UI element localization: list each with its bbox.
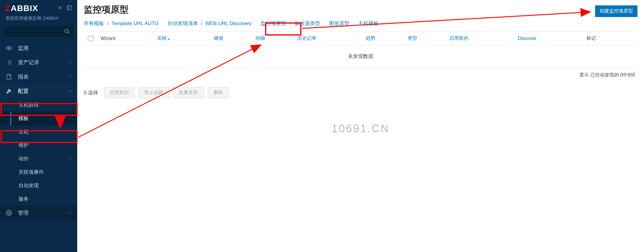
table-header: Wizard 名称 键值 间隔 历史记录 趋势 类型 启用新的 Discover… <box>84 32 637 45</box>
col-wizard: Wizard <box>97 36 154 41</box>
sub-hosts[interactable]: 主机 <box>0 125 77 139</box>
col-history[interactable]: 历史记录 <box>294 35 363 42</box>
chevron-down-icon <box>68 59 72 66</box>
table-summary: 显示 已自动发现的 0中的0 <box>84 68 637 82</box>
search-icon <box>64 28 70 34</box>
nav-reports[interactable]: 报表 <box>0 70 77 84</box>
col-key[interactable]: 键值 <box>211 35 253 42</box>
eye-icon <box>5 45 13 51</box>
svg-point-2 <box>8 47 10 49</box>
expand-icon[interactable] <box>66 5 72 12</box>
sub-templates[interactable]: 模板 <box>0 112 77 125</box>
brand-z: Z <box>5 4 11 13</box>
crumb-auto-discovery[interactable]: 自动发现清单 <box>168 20 198 27</box>
list-icon <box>5 59 13 65</box>
crumb-host-proto[interactable]: 主机模板 <box>358 20 379 27</box>
sidebar-subtitle: 系统应用健康监测-ZABBIX <box>0 16 77 24</box>
chevron-down-icon <box>68 156 72 162</box>
nav-inventory-label: 资产记录 <box>18 59 39 66</box>
collapse-icon[interactable] <box>57 5 62 12</box>
sub-services[interactable]: 服务 <box>0 192 77 206</box>
gear-icon <box>5 210 13 216</box>
col-enable[interactable]: 启用新的 <box>446 35 515 42</box>
delete-button[interactable]: 删除 <box>208 87 229 98</box>
svg-point-3 <box>8 212 10 214</box>
nav-administration-label: 管理 <box>18 209 29 216</box>
create-item-prototype-button[interactable]: 创建监控项原型 <box>595 5 637 17</box>
nav-configuration-label: 配置 <box>18 87 29 95</box>
items-table: Wizard 名称 键值 间隔 历史记录 趋势 类型 启用新的 Discover… <box>84 32 637 82</box>
mass-update-button[interactable]: 批量更新 <box>173 87 204 98</box>
nav-configuration[interactable]: 配置 <box>0 84 77 98</box>
config-submenu: 主机群组 模板 主机 维护 动作 关联项事件 自动发现 服务 <box>0 98 77 206</box>
main-content: 监控项原型 创建监控项原型 所有模板 / Template URL AUTO 自… <box>77 0 644 252</box>
sub-hostgroups[interactable]: 主机群组 <box>0 98 77 112</box>
crumb-all-templates[interactable]: 所有模板 <box>84 20 104 27</box>
col-discover[interactable]: Discover <box>515 36 583 41</box>
breadcrumb-sep: / <box>107 21 109 27</box>
col-interval[interactable]: 间隔 <box>253 35 294 42</box>
nav-monitoring-label: 监测 <box>18 44 29 52</box>
sub-maintenance[interactable]: 维护 <box>0 139 77 152</box>
nav-inventory[interactable]: 资产记录 <box>0 55 77 70</box>
col-name[interactable]: 名称 <box>154 35 211 42</box>
nav-reports-label: 报表 <box>18 73 29 80</box>
brand-row: ZABBIX <box>0 0 77 16</box>
selected-count: 0 选择 <box>84 89 98 96</box>
brand-logo[interactable]: ZABBIX <box>5 4 38 13</box>
col-trends[interactable]: 趋势 <box>363 35 405 42</box>
no-data-row: 未发现数据 <box>84 45 637 68</box>
crumb-web-discovery[interactable]: WEB URL Discovery <box>205 21 252 27</box>
nav-monitoring[interactable]: 监测 <box>0 41 77 55</box>
crumb-item-proto[interactable]: 监控项原型 <box>261 20 286 27</box>
wrench-icon <box>5 88 13 94</box>
watermark-text: 10691.CN <box>332 122 389 135</box>
nav-administration[interactable]: 管理 <box>0 206 77 220</box>
page-title: 监控项原型 <box>84 4 637 16</box>
svg-rect-0 <box>67 6 71 10</box>
breadcrumb: 所有模板 / Template URL AUTO 自动发现清单 / WEB UR… <box>84 20 637 27</box>
brand-rest: ABBIX <box>11 4 38 13</box>
search-input[interactable] <box>4 26 73 37</box>
chevron-down-icon <box>68 45 72 51</box>
sub-discovery[interactable]: 自动发现 <box>0 179 77 192</box>
sidebar: ZABBIX 系统应用健康监测-ZABBIX 监测 资产记录 报表 配置 <box>0 0 77 252</box>
crumb-graph-proto[interactable]: 图形原型 <box>329 20 349 27</box>
action-bar: 0 选择 启用新的 禁止创建 批量更新 删除 <box>84 87 637 98</box>
enable-button[interactable]: 启用新的 <box>104 87 134 98</box>
breadcrumb-sep: / <box>201 21 202 27</box>
sub-correlation[interactable]: 关联项事件 <box>0 165 77 179</box>
svg-point-1 <box>65 29 69 33</box>
chevron-down-icon <box>68 74 72 80</box>
select-all-checkbox[interactable] <box>84 36 97 41</box>
sub-actions[interactable]: 动作 <box>0 152 77 165</box>
document-icon <box>5 74 13 80</box>
chevron-up-icon <box>68 88 72 94</box>
crumb-trigger-proto[interactable]: 触发器类型 <box>295 20 320 27</box>
col-type[interactable]: 类型 <box>405 35 446 42</box>
disable-button[interactable]: 禁止创建 <box>139 87 169 98</box>
chevron-down-icon <box>68 210 72 216</box>
col-tags: 标记 <box>583 35 637 42</box>
crumb-template[interactable]: Template URL AUTO <box>112 21 159 27</box>
